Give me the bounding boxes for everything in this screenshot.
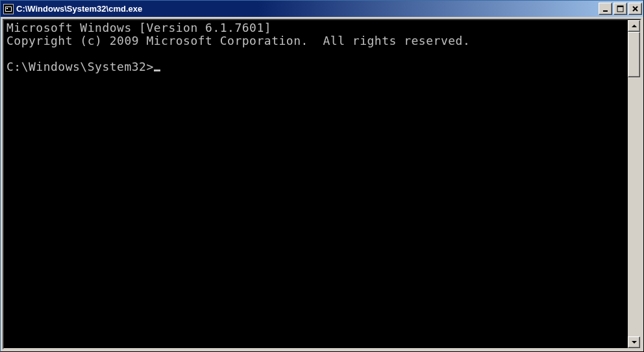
scroll-thumb[interactable] bbox=[628, 32, 640, 77]
maximize-icon bbox=[617, 5, 624, 12]
window-controls bbox=[599, 3, 642, 15]
app-icon[interactable] bbox=[3, 4, 14, 14]
svg-rect-2 bbox=[617, 6, 623, 7]
close-icon bbox=[632, 5, 639, 12]
cursor bbox=[154, 69, 160, 71]
minimize-button[interactable] bbox=[599, 3, 612, 15]
terminal-prompt: C:\Windows\System32> bbox=[6, 60, 154, 73]
terminal-line: Copyright (c) 2009 Microsoft Corporation… bbox=[6, 34, 470, 47]
minimize-icon bbox=[602, 5, 609, 12]
maximize-button[interactable] bbox=[613, 3, 627, 15]
arrow-up-icon bbox=[632, 25, 637, 27]
window-title: C:\Windows\System32\cmd.exe bbox=[16, 4, 599, 14]
terminal-line: Microsoft Windows [Version 6.1.7601] bbox=[6, 21, 271, 34]
scroll-track[interactable] bbox=[628, 32, 640, 336]
scroll-down-button[interactable] bbox=[628, 336, 640, 348]
svg-rect-0 bbox=[603, 10, 608, 12]
terminal-output[interactable]: Microsoft Windows [Version 6.1.7601] Cop… bbox=[4, 20, 628, 348]
titlebar[interactable]: C:\Windows\System32\cmd.exe bbox=[1, 1, 643, 17]
close-button[interactable] bbox=[628, 3, 642, 15]
scroll-up-button[interactable] bbox=[628, 20, 640, 32]
app-window: C:\Windows\System32\cmd.exe Microsoft W bbox=[0, 0, 644, 352]
window-body: Microsoft Windows [Version 6.1.7601] Cop… bbox=[3, 19, 641, 349]
arrow-down-icon bbox=[632, 341, 637, 344]
vertical-scrollbar[interactable] bbox=[628, 20, 640, 348]
